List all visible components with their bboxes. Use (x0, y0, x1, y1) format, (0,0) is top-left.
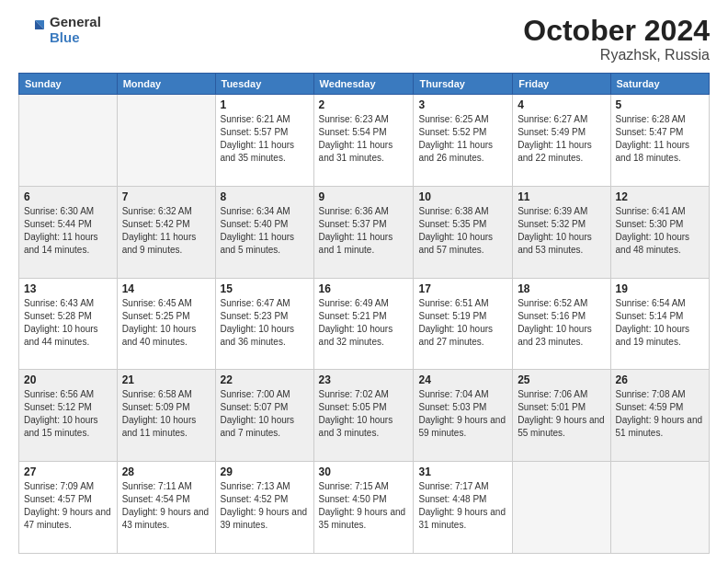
day-info: Sunrise: 6:54 AM Sunset: 5:14 PM Dayligh… (616, 297, 704, 349)
day-info: Sunrise: 7:17 AM Sunset: 4:48 PM Dayligh… (418, 480, 507, 532)
calendar-table: Sunday Monday Tuesday Wednesday Thursday… (18, 73, 710, 554)
day-number: 8 (221, 190, 309, 203)
day-number: 15 (221, 282, 309, 295)
day-number: 25 (518, 373, 605, 386)
logo-general-text: General (50, 15, 101, 30)
table-row: 2Sunrise: 6:23 AM Sunset: 5:54 PM Daylig… (313, 95, 414, 187)
table-row (610, 462, 709, 554)
table-row: 26Sunrise: 7:08 AM Sunset: 4:59 PM Dayli… (610, 370, 709, 462)
table-row: 12Sunrise: 6:41 AM Sunset: 5:30 PM Dayli… (610, 186, 709, 278)
table-row: 1Sunrise: 6:21 AM Sunset: 5:57 PM Daylig… (215, 95, 313, 187)
table-row: 3Sunrise: 6:25 AM Sunset: 5:52 PM Daylig… (414, 95, 513, 187)
col-saturday: Saturday (610, 74, 709, 95)
day-number: 26 (616, 373, 704, 386)
logo: General Blue (18, 15, 101, 45)
page: General Blue October 2024 Ryazhsk, Russi… (0, 0, 728, 563)
day-number: 13 (24, 282, 112, 295)
col-wednesday: Wednesday (313, 74, 414, 95)
day-info: Sunrise: 6:34 AM Sunset: 5:40 PM Dayligh… (221, 205, 309, 257)
day-number: 10 (418, 190, 507, 203)
col-monday: Monday (117, 74, 215, 95)
title-location: Ryazhsk, Russia (523, 47, 710, 63)
logo-text: General Blue (50, 15, 101, 45)
day-info: Sunrise: 6:25 AM Sunset: 5:52 PM Dayligh… (418, 113, 507, 165)
table-row: 4Sunrise: 6:27 AM Sunset: 5:49 PM Daylig… (513, 95, 610, 187)
logo-blue-text: Blue (50, 30, 101, 46)
table-row (117, 95, 215, 187)
day-info: Sunrise: 6:23 AM Sunset: 5:54 PM Dayligh… (319, 113, 409, 165)
day-info: Sunrise: 7:15 AM Sunset: 4:50 PM Dayligh… (319, 480, 409, 532)
table-row: 6Sunrise: 6:30 AM Sunset: 5:44 PM Daylig… (19, 186, 118, 278)
table-row: 16Sunrise: 6:49 AM Sunset: 5:21 PM Dayli… (313, 278, 414, 370)
table-row: 10Sunrise: 6:38 AM Sunset: 5:35 PM Dayli… (414, 186, 513, 278)
header: General Blue October 2024 Ryazhsk, Russi… (18, 15, 710, 63)
table-row: 25Sunrise: 7:06 AM Sunset: 5:01 PM Dayli… (513, 370, 610, 462)
day-number: 1 (221, 98, 309, 111)
day-info: Sunrise: 7:08 AM Sunset: 4:59 PM Dayligh… (616, 388, 704, 440)
title-month: October 2024 (523, 15, 710, 47)
day-info: Sunrise: 6:38 AM Sunset: 5:35 PM Dayligh… (418, 205, 507, 257)
day-number: 14 (122, 282, 210, 295)
day-info: Sunrise: 6:47 AM Sunset: 5:23 PM Dayligh… (221, 297, 309, 349)
day-number: 29 (221, 465, 309, 478)
day-number: 31 (418, 465, 507, 478)
day-info: Sunrise: 6:41 AM Sunset: 5:30 PM Dayligh… (616, 205, 704, 257)
day-number: 9 (319, 190, 409, 203)
logo-icon (18, 17, 46, 44)
table-row: 8Sunrise: 6:34 AM Sunset: 5:40 PM Daylig… (215, 186, 313, 278)
table-row: 9Sunrise: 6:36 AM Sunset: 5:37 PM Daylig… (313, 186, 414, 278)
table-row: 11Sunrise: 6:39 AM Sunset: 5:32 PM Dayli… (513, 186, 610, 278)
day-number: 6 (24, 190, 112, 203)
day-number: 3 (418, 98, 507, 111)
day-number: 23 (319, 373, 409, 386)
calendar-week-row: 1Sunrise: 6:21 AM Sunset: 5:57 PM Daylig… (19, 95, 710, 187)
table-row: 28Sunrise: 7:11 AM Sunset: 4:54 PM Dayli… (117, 462, 215, 554)
day-info: Sunrise: 6:36 AM Sunset: 5:37 PM Dayligh… (319, 205, 409, 257)
day-info: Sunrise: 6:39 AM Sunset: 5:32 PM Dayligh… (518, 205, 605, 257)
day-number: 24 (418, 373, 507, 386)
table-row: 23Sunrise: 7:02 AM Sunset: 5:05 PM Dayli… (313, 370, 414, 462)
day-number: 11 (518, 190, 605, 203)
calendar-week-row: 6Sunrise: 6:30 AM Sunset: 5:44 PM Daylig… (19, 186, 710, 278)
table-row: 31Sunrise: 7:17 AM Sunset: 4:48 PM Dayli… (414, 462, 513, 554)
day-info: Sunrise: 7:00 AM Sunset: 5:07 PM Dayligh… (221, 388, 309, 440)
table-row: 24Sunrise: 7:04 AM Sunset: 5:03 PM Dayli… (414, 370, 513, 462)
day-info: Sunrise: 7:13 AM Sunset: 4:52 PM Dayligh… (221, 480, 309, 532)
table-row (513, 462, 610, 554)
day-number: 12 (616, 190, 704, 203)
day-number: 22 (221, 373, 309, 386)
table-row: 21Sunrise: 6:58 AM Sunset: 5:09 PM Dayli… (117, 370, 215, 462)
day-number: 16 (319, 282, 409, 295)
day-info: Sunrise: 7:11 AM Sunset: 4:54 PM Dayligh… (122, 480, 210, 532)
table-row: 19Sunrise: 6:54 AM Sunset: 5:14 PM Dayli… (610, 278, 709, 370)
day-info: Sunrise: 6:51 AM Sunset: 5:19 PM Dayligh… (418, 297, 507, 349)
table-row: 17Sunrise: 6:51 AM Sunset: 5:19 PM Dayli… (414, 278, 513, 370)
day-info: Sunrise: 6:52 AM Sunset: 5:16 PM Dayligh… (518, 297, 605, 349)
table-row: 30Sunrise: 7:15 AM Sunset: 4:50 PM Dayli… (313, 462, 414, 554)
day-info: Sunrise: 7:09 AM Sunset: 4:57 PM Dayligh… (24, 480, 112, 532)
day-number: 5 (616, 98, 704, 111)
col-friday: Friday (513, 74, 610, 95)
day-info: Sunrise: 6:21 AM Sunset: 5:57 PM Dayligh… (221, 113, 309, 165)
table-row: 13Sunrise: 6:43 AM Sunset: 5:28 PM Dayli… (19, 278, 118, 370)
day-number: 18 (518, 282, 605, 295)
day-number: 17 (418, 282, 507, 295)
calendar-week-row: 20Sunrise: 6:56 AM Sunset: 5:12 PM Dayli… (19, 370, 710, 462)
day-info: Sunrise: 6:56 AM Sunset: 5:12 PM Dayligh… (24, 388, 112, 440)
day-info: Sunrise: 6:32 AM Sunset: 5:42 PM Dayligh… (122, 205, 210, 257)
col-thursday: Thursday (414, 74, 513, 95)
day-info: Sunrise: 7:04 AM Sunset: 5:03 PM Dayligh… (418, 388, 507, 440)
day-info: Sunrise: 7:02 AM Sunset: 5:05 PM Dayligh… (319, 388, 409, 440)
day-info: Sunrise: 6:45 AM Sunset: 5:25 PM Dayligh… (122, 297, 210, 349)
table-row: 18Sunrise: 6:52 AM Sunset: 5:16 PM Dayli… (513, 278, 610, 370)
table-row: 14Sunrise: 6:45 AM Sunset: 5:25 PM Dayli… (117, 278, 215, 370)
col-sunday: Sunday (19, 74, 118, 95)
table-row (19, 95, 118, 187)
day-info: Sunrise: 6:43 AM Sunset: 5:28 PM Dayligh… (24, 297, 112, 349)
table-row: 5Sunrise: 6:28 AM Sunset: 5:47 PM Daylig… (610, 95, 709, 187)
calendar-header-row: Sunday Monday Tuesday Wednesday Thursday… (19, 74, 710, 95)
day-number: 2 (319, 98, 409, 111)
table-row: 7Sunrise: 6:32 AM Sunset: 5:42 PM Daylig… (117, 186, 215, 278)
calendar-week-row: 13Sunrise: 6:43 AM Sunset: 5:28 PM Dayli… (19, 278, 710, 370)
table-row: 20Sunrise: 6:56 AM Sunset: 5:12 PM Dayli… (19, 370, 118, 462)
